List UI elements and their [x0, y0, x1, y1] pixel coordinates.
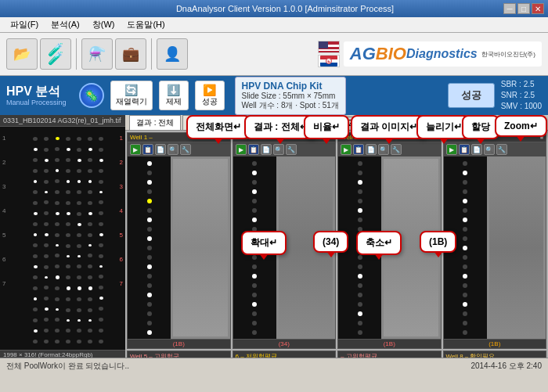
well-2-toolbar: ▶ 📋 📄 🔍 🔧 [233, 142, 336, 156]
toolbar-divider2 [151, 38, 152, 70]
toolbar-divider1 [76, 38, 77, 70]
well-1-icon-search[interactable]: 🔍 [168, 144, 178, 155]
left-panel-header: 0331_HB102014 AG32(re)_01_jmh.tif [0, 115, 125, 127]
toolbar-icons: 📂 🧪 🧪 ⚗️ 💼 👤 [6, 38, 188, 70]
maximize-button[interactable]: □ [517, 3, 530, 14]
well-1-icon-copy[interactable]: 📄 [155, 144, 166, 155]
well-8-label: Well 8 – 확인필요 [446, 352, 496, 358]
chip-info: HPV DNA Chip Kit Slide Size : 55mm × 75m… [235, 77, 346, 115]
well-3-icon-search[interactable]: 🔍 [378, 144, 389, 155]
brand-logo: AG BIO Diagnostics 한국바이오진단(주) [344, 41, 542, 67]
tooltip-zoom: Zoom↵ [495, 115, 547, 137]
chip-title: HPV DNA Chip Kit [242, 81, 339, 92]
right-panel: 결과 : 전체 비율 결과 이미지 늘리기 할당 Zoom Well 1 – ■… [125, 115, 548, 358]
menu-window[interactable]: 창(W) [86, 17, 121, 32]
well-3-footer: (1B) [338, 339, 441, 348]
well-2-icon-green[interactable]: ▶ [236, 144, 247, 155]
left-panel: 0331_HB102014 AG32(re)_01_jmh.tif 123456… [0, 115, 125, 358]
brand-diag: Diagnostics [406, 47, 478, 61]
well-4-icon-search[interactable]: 🔍 [484, 144, 495, 155]
well-7: – 고위험평균 ▶ 📋 📄 🔍 🔧 [337, 351, 442, 358]
hpv-icon: 🦠 [79, 83, 104, 108]
well-5-label: Well 5 – 고위험군 [130, 352, 179, 358]
menu-help[interactable]: 도움말(H) [121, 17, 171, 32]
well-3-icon-copy[interactable]: 📄 [366, 144, 377, 155]
well-8: Well 8 – 확인필요 ▶ 📋 📄 🔍 🔧 [443, 351, 547, 358]
well-1-label: Well 1 – [130, 134, 153, 141]
sbr-info: SBR : 2.5 SNR : 2.5 SMV : 1000 [501, 79, 542, 112]
brand-korea: 한국바이오진단(주) [481, 50, 535, 59]
well-4-icon-green[interactable]: ▶ [446, 144, 457, 155]
well-2-icon-blue[interactable]: 📋 [248, 144, 259, 155]
titlebar: DnaAnalysor Client Version 1.0.0 [Admins… [0, 0, 548, 17]
hpv-subtitle: Manual Processing [6, 99, 67, 106]
well-5-header: Well 5 – 고위험군 [128, 351, 230, 358]
brand-area: ☯ AG BIO Diagnostics 한국바이오진단(주) [318, 41, 542, 67]
well-2-number: (34) [279, 340, 290, 347]
well-1-image [128, 156, 171, 339]
well-4-number: (1B) [489, 340, 500, 347]
save-button[interactable]: 🧪 🧪 [40, 38, 71, 70]
well-6-header: 6 – 저위험평균 [233, 351, 336, 358]
well-2-footer: (34) [233, 339, 336, 348]
well-1-icon-green[interactable]: ▶ [130, 144, 141, 155]
status-datetime: 2014-4-16 오후 2:40 [470, 361, 542, 372]
tooltip-ratio: 비율↵ [304, 115, 349, 139]
open-button[interactable]: 📂 [6, 38, 38, 70]
well-1-toolbar: ▶ 📋 📄 🔍 🔧 [128, 142, 230, 156]
well-2-icon-tool1[interactable]: 🔧 [286, 144, 297, 155]
status-message: 전체 PoolWork이 완료 되었습니다.. [6, 361, 129, 372]
beaker-button[interactable]: ⚗️ [81, 38, 113, 70]
btn-success[interactable]: ▶️ 성공 [195, 81, 225, 110]
well-3-icon-tool1[interactable]: 🔧 [391, 144, 402, 155]
minimize-button[interactable]: ─ [503, 3, 516, 14]
btn-setup[interactable]: ⬇️ 제제 [159, 81, 189, 110]
menu-file[interactable]: 파일(F) [4, 17, 45, 32]
close-button[interactable]: ✕ [532, 3, 544, 14]
well-1-content [128, 156, 230, 339]
well-2-icon-search[interactable]: 🔍 [273, 144, 284, 155]
well-3-number: (1B) [384, 340, 395, 347]
well-1-footer: (1B) [128, 339, 230, 348]
well-6-label: 6 – 저위험평균 [236, 352, 277, 358]
snr-value: SNR : 2.5 [501, 90, 542, 101]
person-button[interactable]: 👤 [157, 38, 188, 70]
well-3-icon-green[interactable]: ▶ [341, 144, 352, 155]
well-1-number: (1B) [173, 340, 185, 347]
well-info: Well 개수 : 8개 · Spot : 51개 [242, 100, 339, 111]
well-7-header: – 고위험평균 [338, 351, 441, 358]
well-4-content [444, 156, 546, 339]
slide-size: Slide Size : 55mm × 75mm [242, 92, 339, 100]
hpv-title: HPV 분석 [6, 85, 67, 99]
well-6: 6 – 저위험평균 ▶ 📋 📄 🔍 🔧 [233, 351, 337, 358]
menu-analysis[interactable]: 분석(A) [45, 17, 86, 32]
btn-reload[interactable]: 🔄 재열력기 [110, 81, 153, 110]
sbr-value: SBR : 2.5 [501, 79, 542, 90]
gel-image: 1234567 [0, 127, 125, 350]
well-5: Well 5 – 고위험군 ▶ 📋 📄 🔍 🔧 [127, 351, 231, 358]
tooltip-result-img: 결과 이미지↵ [351, 115, 427, 139]
well-3-toolbar: ▶ 📋 📄 🔍 🔧 [338, 142, 441, 156]
bag-button[interactable]: 💼 [115, 38, 146, 70]
brand-ag: AG [350, 44, 376, 64]
well-4: Well 4 – ■ ▶ 📋 📄 🔍 🔧 [443, 132, 547, 349]
brand-bio: BIO [376, 44, 406, 64]
tooltip-assign: 할당 [462, 115, 499, 139]
well-3-icon-blue[interactable]: 📋 [353, 144, 364, 155]
well-4-icon-copy[interactable]: 📄 [471, 144, 482, 155]
image-info: 1998 × 316! (Format:24bppRgb) [0, 350, 125, 358]
tab-all-results[interactable]: 결과 : 전체 [129, 115, 181, 130]
toolbar: 📂 🧪 🧪 ⚗️ 💼 👤 [0, 33, 548, 76]
well-1-gray [171, 156, 230, 339]
well-4-icon-tool1[interactable]: 🔧 [496, 144, 507, 155]
well-1: Well 1 – ■ ▶ 📋 📄 🔍 🔧 [127, 132, 231, 349]
window-title: DnaAnalysor Client Version 1.0.0 [Admins… [67, 4, 503, 13]
well-2-icon-copy[interactable]: 📄 [261, 144, 272, 155]
well-1-icon-blue[interactable]: 📋 [142, 144, 153, 155]
tooltip-fullscreen: 전체화면↵ [186, 115, 251, 139]
smv-value: SMV : 1000 [501, 101, 542, 112]
well-1-icon-tool1[interactable]: 🔧 [180, 144, 191, 155]
well-4-gray [487, 156, 546, 339]
tooltip-shrink: 축소↵ [356, 231, 402, 255]
well-4-icon-blue[interactable]: 📋 [459, 144, 470, 155]
